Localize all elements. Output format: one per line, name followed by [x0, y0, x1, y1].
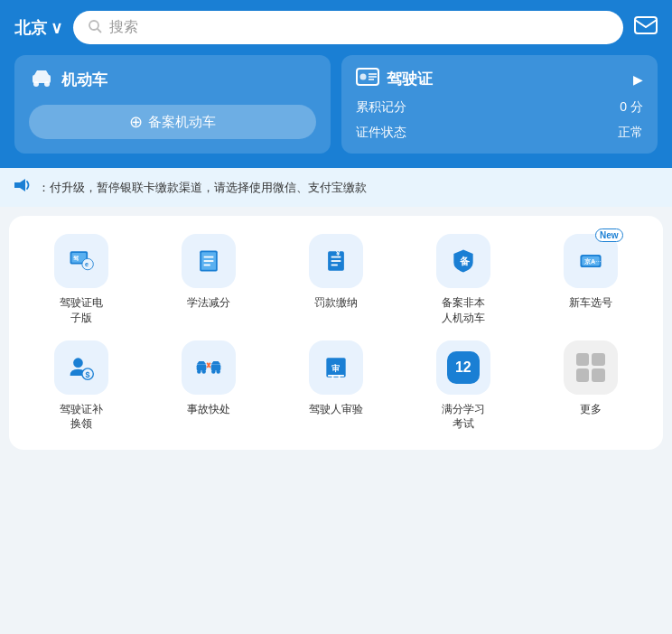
service-item-fine[interactable]: ¥ 罚款缴纳: [273, 234, 400, 326]
license-renew-icon-wrap: $: [54, 340, 108, 395]
review-icon: 审: [322, 353, 350, 382]
score-label: 累积记分: [356, 99, 406, 116]
new-badge: New: [595, 228, 623, 242]
twelve-icon: 12: [447, 351, 480, 384]
score-value: 0 分: [620, 99, 643, 116]
motor-card-title: 机动车: [29, 68, 316, 92]
service-item-study[interactable]: 学法减分: [145, 234, 273, 326]
search-placeholder: 搜索: [109, 18, 138, 37]
service-item-license-renew[interactable]: $ 驾驶证补换领: [18, 340, 145, 433]
service-item-register-other[interactable]: 备 备案非本人机动车: [399, 234, 527, 326]
plus-icon: ⊕: [129, 112, 143, 132]
svg-text:备: 备: [460, 256, 471, 266]
service-item-edriver[interactable]: 驾 e 驾驶证电子版: [18, 234, 145, 326]
study-icon: [194, 247, 223, 275]
study-icon-wrap: [182, 234, 236, 288]
svg-rect-38: [211, 364, 221, 370]
svg-text:驾: 驾: [73, 255, 79, 261]
location-text: 北京: [14, 17, 47, 39]
svg-point-36: [197, 369, 201, 373]
edriver-label: 驾驶证电子版: [60, 295, 103, 326]
driver-review-icon-wrap: 审: [309, 340, 363, 395]
new-car-label: 新车选号: [569, 295, 612, 311]
accident-label: 事故快处: [187, 402, 230, 417]
license-title: 驾驶证: [356, 68, 433, 90]
search-icon: [88, 19, 102, 37]
fine-label: 罚款缴纳: [314, 295, 358, 311]
svg-point-39: [211, 369, 215, 373]
full-score-label: 满分学习考试: [442, 402, 485, 433]
svg-point-5: [44, 81, 50, 87]
register-other-icon-wrap: 备: [436, 234, 490, 288]
location-button[interactable]: 北京 ∨: [14, 17, 62, 39]
license-arrow-icon: ▶: [633, 72, 643, 87]
header: 北京 ∨ 搜索: [0, 0, 672, 55]
service-item-more[interactable]: 更多: [527, 340, 654, 433]
svg-line-1: [98, 29, 101, 33]
shield-car-icon: 备: [449, 247, 478, 275]
edriver-icon: 驾 e: [67, 247, 96, 275]
svg-point-7: [360, 74, 367, 80]
search-bar[interactable]: 搜索: [73, 11, 623, 44]
fine-icon: ¥: [322, 247, 350, 275]
motor-card: 机动车 ⊕ 备案机动车: [14, 55, 331, 154]
more-icon-wrap: [564, 340, 618, 395]
accident-icon-wrap: [182, 340, 236, 395]
svg-rect-2: [635, 17, 657, 33]
license-header: 驾驶证 ▶: [356, 68, 643, 90]
license-id-icon: [356, 68, 379, 90]
more-label: 更多: [580, 402, 602, 417]
notice-text: ：付升级，暂停银联卡缴款渠道，请选择使用微信、支付宝缴款: [38, 180, 367, 196]
register-motor-button[interactable]: ⊕ 备案机动车: [29, 105, 316, 139]
service-item-full-score[interactable]: 12 满分学习考试: [399, 340, 527, 433]
service-grid: 驾 e 驾驶证电子版 学法减分: [18, 234, 654, 432]
study-label: 学法减分: [187, 295, 230, 311]
svg-text:e: e: [85, 261, 89, 268]
notice-bar: ：付升级，暂停银联卡缴款渠道，请选择使用微信、支付宝缴款: [0, 168, 672, 207]
full-score-icon-wrap: 12: [436, 340, 490, 395]
service-item-accident[interactable]: 事故快处: [145, 340, 273, 433]
chevron-down-icon: ∨: [51, 18, 62, 38]
motor-title-text: 机动车: [61, 70, 107, 90]
svg-point-37: [202, 369, 206, 373]
plate-icon: 京A ·····: [576, 247, 605, 275]
svg-text:$: $: [86, 369, 90, 378]
register-btn-label: 备案机动车: [148, 114, 216, 131]
svg-marker-11: [14, 179, 25, 191]
service-area: 驾 e 驾驶证电子版 学法减分: [9, 216, 663, 450]
license-card[interactable]: 驾驶证 ▶ 累积记分 0 分 证件状态 正常: [341, 55, 658, 154]
accident-icon: [194, 353, 223, 382]
driver-review-label: 驾驶人审验: [309, 402, 363, 417]
new-car-icon-wrap: New 京A ·····: [564, 234, 618, 288]
svg-rect-35: [197, 364, 207, 370]
service-item-new-car[interactable]: New 京A ····· 新车选号: [527, 234, 654, 326]
car-icon: [29, 68, 54, 92]
status-label: 证件状态: [356, 125, 406, 141]
mail-icon[interactable]: [634, 16, 658, 40]
svg-point-32: [74, 358, 84, 368]
register-other-label: 备案非本人机动车: [442, 295, 485, 326]
card-area: 机动车 ⊕ 备案机动车 驾驶证 ▶: [0, 55, 672, 168]
status-value: 正常: [618, 125, 643, 141]
svg-point-40: [217, 369, 220, 373]
svg-text:审: 审: [331, 362, 340, 372]
notice-speaker-icon: [13, 177, 31, 198]
license-title-text: 驾驶证: [387, 69, 433, 89]
edriver-icon-wrap: 驾 e: [54, 234, 108, 288]
svg-point-4: [33, 81, 39, 87]
svg-text:·····: ·····: [592, 258, 601, 266]
license-renew-label: 驾驶证补换领: [60, 402, 103, 433]
fine-icon-wrap: ¥: [309, 234, 363, 288]
score-row: 累积记分 0 分: [356, 99, 643, 116]
more-icon: [576, 353, 605, 382]
person-coin-icon: $: [67, 353, 96, 382]
svg-text:¥: ¥: [336, 249, 341, 257]
service-item-driver-review[interactable]: 审 驾驶人审验: [273, 340, 400, 433]
status-row: 证件状态 正常: [356, 125, 643, 141]
